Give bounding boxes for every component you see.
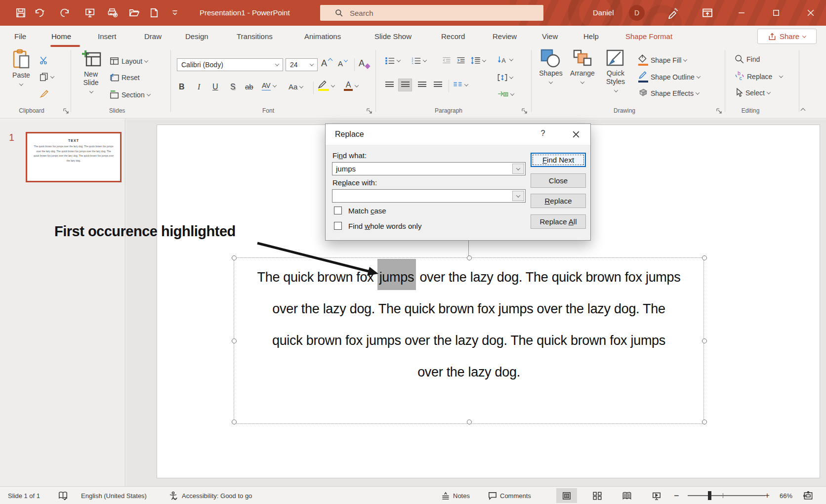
increase-font-size-button[interactable]: A: [321, 58, 332, 69]
tab-record[interactable]: Record: [441, 28, 465, 45]
new-slide-button[interactable]: New Slide: [76, 49, 107, 95]
comments-button[interactable]: Comments: [488, 487, 531, 504]
font-color-button[interactable]: A: [344, 81, 358, 91]
open-file-button[interactable]: [127, 6, 141, 19]
zoom-slider-track[interactable]: [688, 495, 765, 496]
decrease-font-size-button[interactable]: A: [338, 59, 347, 68]
avatar[interactable]: D: [629, 5, 645, 21]
customize-quick-access-button[interactable]: [168, 6, 182, 19]
font-dialog-launcher[interactable]: [367, 107, 372, 113]
bullets-button[interactable]: [385, 57, 400, 64]
resize-handle-bottom-right[interactable]: [702, 420, 707, 424]
dialog-title-bar[interactable]: Replace ?: [326, 124, 590, 145]
zoom-slider-handle[interactable]: [708, 491, 711, 500]
notes-button[interactable]: Notes: [441, 487, 470, 504]
tab-view[interactable]: View: [542, 28, 558, 45]
tab-animations[interactable]: Animations: [304, 28, 341, 45]
paragraph-dialog-launcher[interactable]: [522, 107, 528, 113]
maximize-button[interactable]: [764, 0, 787, 26]
resize-handle-top-center[interactable]: [467, 255, 472, 260]
minimize-button[interactable]: [730, 0, 753, 26]
clipboard-dialog-launcher[interactable]: [63, 107, 69, 113]
tab-transitions[interactable]: Transitions: [237, 28, 273, 45]
replace-action-button[interactable]: Replace: [531, 194, 586, 208]
language-button[interactable]: English (United States): [81, 487, 147, 504]
numbering-button[interactable]: 123: [412, 57, 426, 64]
accessibility-status[interactable]: Accessibility: Good to go: [182, 487, 252, 504]
change-case-button[interactable]: Aa: [289, 83, 303, 91]
align-right-button[interactable]: [418, 82, 426, 88]
copy-button[interactable]: [40, 73, 54, 82]
shape-effects-button[interactable]: Shape Effects: [638, 88, 699, 98]
text-shadow-button[interactable]: S: [230, 83, 236, 91]
convert-to-smartart-button[interactable]: [497, 90, 514, 98]
find-button[interactable]: Find: [735, 54, 760, 64]
underline-button[interactable]: U: [212, 83, 218, 91]
strikethrough-button[interactable]: ab: [245, 83, 253, 91]
undo-button[interactable]: [33, 6, 46, 19]
drawing-dialog-launcher[interactable]: [716, 107, 722, 113]
dialog-help-button[interactable]: ?: [537, 129, 549, 138]
font-size-combo[interactable]: 24: [286, 58, 318, 71]
print-preview-button[interactable]: [106, 6, 120, 19]
line-spacing-button[interactable]: [471, 57, 486, 64]
replace-button[interactable]: bc Replace: [735, 71, 783, 82]
resize-handle-top-left[interactable]: [232, 255, 237, 260]
tab-design[interactable]: Design: [185, 28, 208, 45]
text-highlight-color-button[interactable]: [318, 81, 334, 91]
clear-formatting-button[interactable]: A: [359, 58, 370, 69]
match-case-checkbox[interactable]: [334, 207, 342, 214]
new-document-button[interactable]: [147, 6, 161, 19]
tab-insert[interactable]: Insert: [98, 28, 117, 45]
zoom-level[interactable]: 66%: [780, 487, 792, 504]
spell-check-button[interactable]: [58, 487, 68, 504]
dialog-close-button[interactable]: [569, 128, 583, 141]
shape-fill-button[interactable]: Shape Fill: [638, 54, 687, 66]
zoom-out-button[interactable]: −: [674, 487, 679, 504]
replace-all-button[interactable]: Replace All: [531, 214, 586, 229]
find-next-button[interactable]: Find Next: [531, 153, 586, 167]
whole-words-checkbox[interactable]: [334, 222, 342, 230]
align-text-button[interactable]: [497, 74, 513, 82]
tab-slide-show[interactable]: Slide Show: [374, 28, 412, 45]
character-spacing-button[interactable]: AV: [262, 82, 276, 90]
increase-indent-button[interactable]: [457, 57, 465, 64]
replace-with-dropdown-button[interactable]: [512, 191, 524, 201]
search-input[interactable]: Search: [320, 5, 543, 21]
zoom-in-button[interactable]: +: [765, 487, 770, 504]
ribbon-display-options-button[interactable]: [701, 6, 714, 19]
quick-styles-button[interactable]: Quick Styles: [600, 49, 632, 94]
close-button[interactable]: [799, 0, 822, 26]
shapes-button[interactable]: Shapes: [537, 49, 565, 85]
italic-button[interactable]: I: [198, 83, 200, 91]
resize-handle-top-right[interactable]: [702, 255, 707, 260]
align-center-button[interactable]: [401, 82, 410, 88]
resize-handle-bottom-left[interactable]: [232, 420, 237, 424]
normal-view-button[interactable]: [556, 488, 577, 503]
fit-to-window-button[interactable]: [803, 487, 813, 504]
coach-button[interactable]: [666, 6, 680, 19]
format-painter-button[interactable]: [40, 89, 49, 99]
paste-button[interactable]: Paste: [8, 49, 35, 87]
columns-button[interactable]: [454, 82, 468, 88]
bold-button[interactable]: B: [179, 83, 185, 91]
slide-sorter-view-button[interactable]: [587, 488, 608, 503]
tab-file[interactable]: File: [14, 28, 26, 45]
shape-outline-button[interactable]: Shape Outline: [638, 71, 700, 83]
tab-review[interactable]: Review: [493, 28, 517, 45]
text-direction-button[interactable]: A: [497, 56, 513, 64]
decrease-indent-button[interactable]: [443, 57, 451, 64]
tab-draw[interactable]: Draw: [144, 28, 162, 45]
save-button[interactable]: [14, 6, 28, 19]
find-what-dropdown-button[interactable]: [512, 164, 524, 174]
resize-handle-bottom-center[interactable]: [467, 420, 472, 424]
select-button[interactable]: Select: [735, 88, 770, 97]
arrange-button[interactable]: Arrange: [568, 49, 597, 85]
slide-thumbnail[interactable]: TEXT The quick brown fox jumps over the …: [26, 132, 122, 182]
align-left-button[interactable]: [385, 82, 394, 88]
layout-button[interactable]: Layout: [110, 57, 148, 65]
start-slideshow-button[interactable]: [83, 6, 97, 19]
justify-button[interactable]: [434, 82, 442, 88]
cut-button[interactable]: [40, 56, 48, 65]
slideshow-view-button[interactable]: [646, 488, 667, 503]
